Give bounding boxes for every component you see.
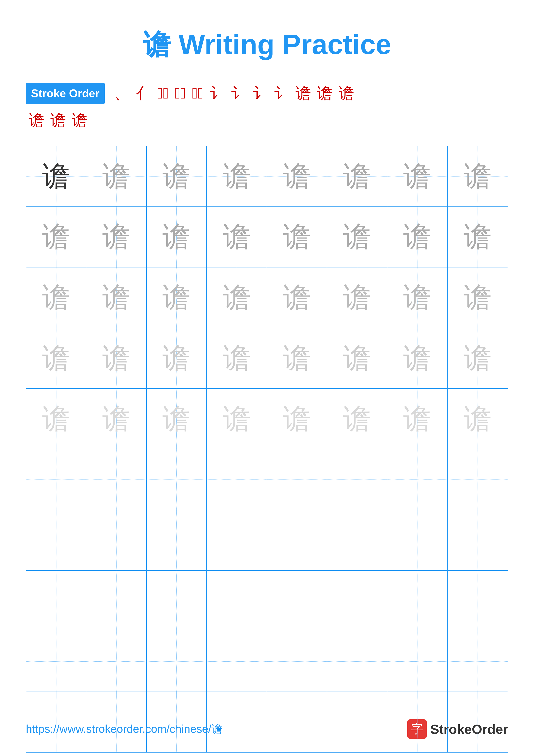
grid-cell[interactable]: [387, 449, 447, 509]
grid-cell[interactable]: 谵: [87, 146, 146, 206]
grid-cell[interactable]: [447, 449, 508, 509]
practice-char: 谵: [223, 400, 251, 438]
grid-cell[interactable]: [147, 510, 207, 570]
grid-cell[interactable]: 谵: [26, 207, 87, 267]
practice-char: 谵: [283, 279, 311, 316]
grid-cell[interactable]: 谵: [87, 207, 146, 267]
grid-cell[interactable]: 谵: [327, 207, 387, 267]
grid-cell[interactable]: 谵: [207, 146, 267, 206]
grid-cell[interactable]: 谵: [387, 389, 447, 449]
grid-cell[interactable]: 谵: [267, 207, 327, 267]
grid-cell[interactable]: [267, 449, 327, 509]
stroke-order-section: Stroke Order 、 亻 亻́ 亻̈ 亻̈ 讠 讠 讠 讠 谵 谵 谵 …: [26, 81, 508, 133]
grid-cell[interactable]: [26, 510, 87, 570]
grid-cell[interactable]: [87, 510, 146, 570]
grid-cell[interactable]: [267, 692, 327, 752]
grid-cell[interactable]: [327, 631, 387, 691]
grid-cell[interactable]: [207, 571, 267, 631]
grid-cell[interactable]: 谵: [26, 389, 87, 449]
grid-cell[interactable]: 谵: [267, 267, 327, 328]
grid-cell[interactable]: 谵: [447, 328, 508, 388]
grid-cell[interactable]: 谵: [447, 389, 508, 449]
grid-cell[interactable]: [207, 449, 267, 509]
grid-cell[interactable]: 谵: [447, 267, 508, 328]
grid-cell[interactable]: 谵: [207, 207, 267, 267]
grid-cell[interactable]: 谵: [327, 267, 387, 328]
grid-cell[interactable]: [207, 631, 267, 691]
grid-cell[interactable]: 谵: [327, 328, 387, 388]
grid-cell[interactable]: [447, 571, 508, 631]
grid-cell[interactable]: 谵: [26, 267, 87, 328]
grid-cell[interactable]: [387, 571, 447, 631]
practice-char: 谵: [163, 339, 191, 377]
grid-cell[interactable]: [327, 571, 387, 631]
grid-cell[interactable]: 谵: [26, 328, 87, 388]
grid-cell[interactable]: [387, 510, 447, 570]
practice-char: 谵: [42, 339, 70, 377]
grid-cell[interactable]: [267, 571, 327, 631]
grid-cell[interactable]: 谵: [327, 146, 387, 206]
grid-cell[interactable]: [207, 692, 267, 752]
practice-char: 谵: [223, 218, 251, 256]
stroke-order-row1: Stroke Order 、 亻 亻́ 亻̈ 亻̈ 讠 讠 讠 讠 谵 谵 谵: [26, 81, 508, 106]
grid-cell[interactable]: 谵: [387, 207, 447, 267]
grid-cell[interactable]: [147, 631, 207, 691]
grid-cell[interactable]: 谵: [267, 146, 327, 206]
grid-cell[interactable]: 谵: [87, 328, 146, 388]
grid-cell[interactable]: [87, 692, 146, 752]
grid-cell[interactable]: [447, 631, 508, 691]
grid-cell[interactable]: [447, 510, 508, 570]
grid-cell[interactable]: [447, 692, 508, 752]
grid-cell[interactable]: 谵: [26, 146, 87, 206]
grid-cell[interactable]: 谵: [447, 207, 508, 267]
grid-cell[interactable]: [147, 449, 207, 509]
grid-cell[interactable]: [87, 631, 146, 691]
grid-cell[interactable]: [267, 510, 327, 570]
grid-cell[interactable]: [207, 510, 267, 570]
grid-cell[interactable]: 谵: [147, 267, 207, 328]
grid-cell[interactable]: [87, 449, 146, 509]
grid-cell[interactable]: 谵: [147, 389, 207, 449]
grid-cell[interactable]: 谵: [267, 389, 327, 449]
grid-cell[interactable]: 谵: [267, 328, 327, 388]
grid-cell[interactable]: 谵: [387, 146, 447, 206]
grid-cell[interactable]: 谵: [207, 267, 267, 328]
grid-cell[interactable]: [147, 692, 207, 752]
grid-cell[interactable]: 谵: [87, 389, 146, 449]
grid-cell[interactable]: [327, 449, 387, 509]
practice-char: 谵: [343, 339, 371, 377]
stroke-order-badge: Stroke Order: [26, 83, 105, 104]
practice-char: 谵: [223, 279, 251, 316]
grid-cell[interactable]: 谵: [147, 207, 207, 267]
practice-char: 谵: [223, 157, 251, 195]
grid-cell[interactable]: [387, 631, 447, 691]
grid-cell[interactable]: [87, 571, 146, 631]
grid-cell[interactable]: [327, 692, 387, 752]
grid-cell[interactable]: [387, 692, 447, 752]
practice-char: 谵: [403, 218, 431, 256]
grid-cell[interactable]: 谵: [447, 146, 508, 206]
grid-cell[interactable]: 谵: [387, 328, 447, 388]
grid-cell[interactable]: [327, 510, 387, 570]
practice-char: 谵: [283, 400, 311, 438]
grid-cell[interactable]: [26, 449, 87, 509]
grid-cell[interactable]: 谵: [147, 328, 207, 388]
practice-char: 谵: [403, 339, 431, 377]
grid-cell[interactable]: 谵: [207, 389, 267, 449]
stroke-chars-row1: 、 亻 亻́ 亻̈ 亻̈ 讠 讠 讠 讠 谵 谵 谵: [111, 81, 357, 106]
practice-char: 谵: [42, 279, 70, 316]
grid-cell[interactable]: [267, 631, 327, 691]
footer: https://www.strokeorder.com/chinese/谵 字 …: [26, 719, 508, 739]
grid-cell[interactable]: 谵: [207, 328, 267, 388]
footer-url[interactable]: https://www.strokeorder.com/chinese/谵: [26, 721, 222, 737]
grid-row: [26, 510, 508, 571]
grid-cell[interactable]: 谵: [327, 389, 387, 449]
practice-char: 谵: [464, 339, 492, 377]
grid-cell[interactable]: [26, 692, 87, 752]
grid-cell[interactable]: 谵: [387, 267, 447, 328]
grid-cell[interactable]: [147, 571, 207, 631]
grid-cell[interactable]: [26, 631, 87, 691]
grid-cell[interactable]: 谵: [147, 146, 207, 206]
grid-cell[interactable]: [26, 571, 87, 631]
grid-cell[interactable]: 谵: [87, 267, 146, 328]
